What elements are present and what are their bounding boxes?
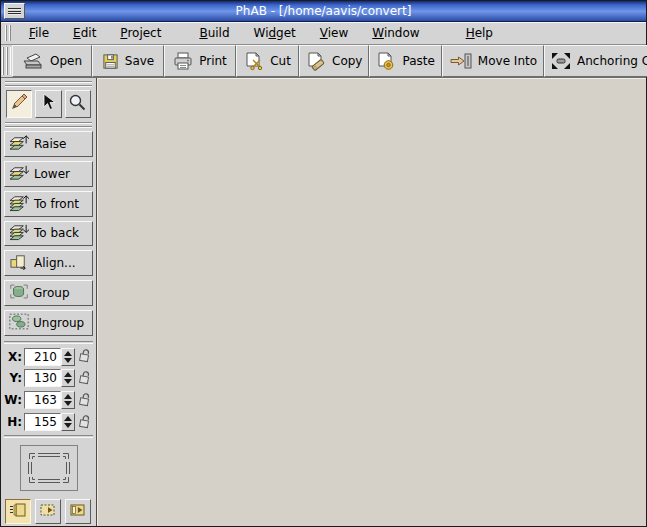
sidebar-divider-1: [4, 341, 93, 344]
sidebar-grip-top[interactable]: [5, 80, 92, 87]
print-button[interactable]: Print: [164, 45, 236, 77]
menu-help[interactable]: Help: [457, 23, 502, 43]
window-title: PhAB - [/home/aavis/convert]: [1, 4, 646, 18]
cut-button[interactable]: Cut: [236, 45, 299, 77]
paste-icon: [376, 52, 396, 71]
width-row: W:: [4, 389, 93, 411]
x-spinner[interactable]: [61, 348, 75, 366]
unlock-icon: [78, 369, 92, 388]
h-spinner[interactable]: [61, 413, 75, 431]
menu-widget[interactable]: Widget: [245, 23, 305, 43]
move-into-button[interactable]: Move Into: [442, 45, 544, 77]
module-menu-button[interactable]: [65, 499, 91, 524]
module-dialog-button[interactable]: [35, 499, 61, 524]
open-button[interactable]: Open: [12, 45, 92, 77]
design-canvas[interactable]: [97, 78, 646, 526]
w-spinner[interactable]: [61, 391, 75, 409]
w-label: W:: [4, 393, 22, 407]
menu-view[interactable]: View: [311, 23, 357, 43]
menu-edit[interactable]: Edit: [64, 23, 105, 43]
to-front-button[interactable]: To front: [4, 191, 93, 217]
pencil-icon: [9, 92, 29, 115]
group-icon: [8, 282, 30, 304]
y-position-row: Y:: [4, 367, 93, 389]
align-button[interactable]: Align...: [4, 250, 93, 276]
lower-icon: [8, 163, 31, 185]
x-lock-button[interactable]: [78, 347, 92, 366]
raise-button[interactable]: Raise: [4, 131, 93, 157]
unlock-icon: [78, 347, 92, 366]
open-icon: [22, 52, 44, 70]
module-window-button[interactable]: [5, 499, 31, 524]
y-spinner[interactable]: [61, 369, 75, 387]
magnifier-icon: [68, 93, 87, 115]
print-icon: [173, 52, 193, 70]
to-back-icon: [8, 222, 31, 244]
h-label: H:: [4, 415, 22, 429]
w-spin-down-icon[interactable]: [64, 401, 72, 406]
x-spin-down-icon[interactable]: [64, 358, 72, 363]
lower-button[interactable]: Lower: [4, 161, 93, 187]
menu-build[interactable]: Build: [190, 23, 238, 43]
paste-button[interactable]: Paste: [369, 45, 441, 77]
w-lock-button[interactable]: [78, 391, 92, 410]
align-icon: [8, 252, 31, 274]
menu-file[interactable]: File: [20, 23, 58, 43]
magnify-tool-button[interactable]: [65, 90, 91, 118]
title-bar[interactable]: PhAB - [/home/aavis/convert]: [1, 1, 646, 22]
menu-bar: File Edit Project Build Widget View Wind…: [1, 22, 646, 45]
module-window-icon: [9, 502, 27, 521]
to-front-icon: [8, 193, 31, 215]
h-input[interactable]: [24, 413, 61, 431]
h-lock-button[interactable]: [78, 413, 92, 432]
menu-project[interactable]: Project: [111, 23, 170, 43]
toolbar-grip[interactable]: [2, 47, 11, 75]
sidebar: Raise Lower To front To back Align... Gr: [1, 78, 97, 526]
toolbar: Open Save Print Cut Copy Paste Move Into: [1, 45, 646, 78]
module-dialog-icon: [39, 502, 57, 521]
anchoring-button[interactable]: Anchoring On: [544, 45, 647, 77]
tool-palette: [4, 89, 93, 120]
y-input[interactable]: [24, 369, 61, 387]
menubar-grip[interactable]: [5, 25, 12, 41]
draw-tool-button[interactable]: [6, 90, 32, 118]
module-menu-icon: [69, 502, 87, 521]
x-spin-up-icon[interactable]: [64, 351, 72, 356]
height-row: H:: [4, 411, 93, 433]
main-area: Raise Lower To front To back Align... Gr: [1, 78, 646, 526]
copy-button[interactable]: Copy: [299, 45, 369, 77]
w-input[interactable]: [24, 391, 61, 409]
window-menu-button[interactable]: [4, 3, 25, 19]
sidebar-grip-mid[interactable]: [5, 122, 92, 129]
cut-icon: [244, 52, 264, 71]
h-spin-up-icon[interactable]: [64, 416, 72, 421]
pointer-icon: [39, 92, 57, 115]
ungroup-icon: [8, 312, 30, 334]
module-type-row: [4, 496, 93, 526]
menu-window[interactable]: Window: [363, 23, 428, 43]
anchor-frame-widget[interactable]: [20, 445, 78, 494]
unlock-icon: [78, 413, 92, 432]
y-spin-up-icon[interactable]: [64, 372, 72, 377]
y-label: Y:: [4, 371, 22, 385]
y-spin-down-icon[interactable]: [64, 379, 72, 384]
select-tool-button[interactable]: [35, 90, 61, 118]
w-spin-up-icon[interactable]: [64, 394, 72, 399]
save-icon: [102, 53, 119, 70]
ungroup-button[interactable]: Ungroup: [4, 310, 93, 336]
save-button[interactable]: Save: [92, 45, 164, 77]
h-spin-down-icon[interactable]: [64, 423, 72, 428]
x-position-row: X:: [4, 346, 93, 368]
to-back-button[interactable]: To back: [4, 221, 93, 247]
sidebar-divider-2: [4, 435, 93, 438]
phab-window: PhAB - [/home/aavis/convert] File Edit P…: [0, 0, 647, 527]
move-into-icon: [449, 52, 472, 70]
x-input[interactable]: [24, 348, 61, 366]
y-lock-button[interactable]: [78, 369, 92, 388]
group-button[interactable]: Group: [4, 280, 93, 306]
raise-icon: [8, 133, 31, 155]
anchoring-icon: [551, 52, 571, 70]
copy-icon: [306, 52, 326, 71]
unlock-icon: [78, 391, 92, 410]
x-label: X:: [4, 350, 22, 364]
